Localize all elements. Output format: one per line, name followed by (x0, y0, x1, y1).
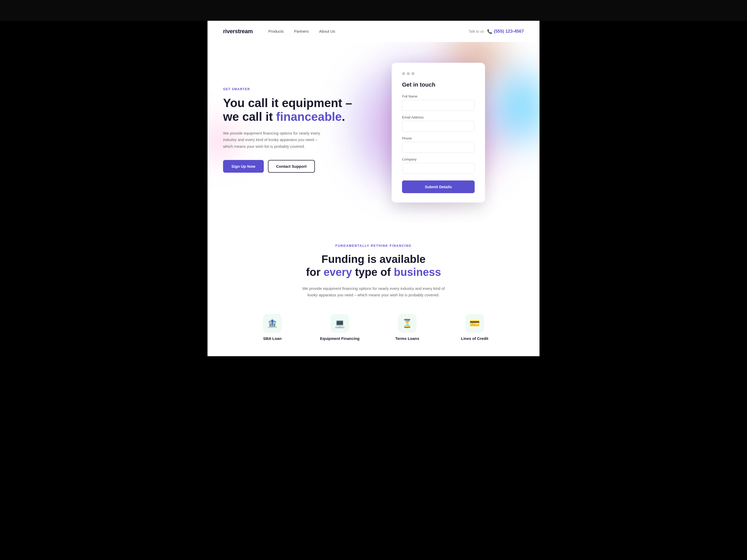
hero-title: You call it equipment – we call it finan… (223, 96, 353, 124)
label-company: Company (402, 157, 475, 161)
terms-label: Terms Loans (395, 336, 419, 341)
form-group-phone: Phone (402, 136, 475, 153)
top-decorative-bar (0, 0, 747, 21)
funding-description: We provide equipment financing options f… (301, 285, 446, 298)
form-group-fullname: Full Name (402, 95, 475, 111)
dot-2 (407, 72, 410, 75)
talk-to-us-label: Talk to us (469, 29, 484, 33)
phone-link[interactable]: 📞 (555) 123-4567 (487, 29, 524, 34)
dot-3 (411, 72, 414, 75)
hero-section: GET SMARTER You call it equipment – we c… (207, 42, 540, 223)
nav-links: Products Partners About Us (268, 29, 335, 34)
input-company[interactable] (402, 163, 475, 174)
form-title: Get in touch (402, 81, 475, 88)
hero-buttons: Sign Up Now Contact Support (223, 160, 353, 173)
funding-section: FUNDAMENTALLY RETHINK FINANCING Funding … (207, 223, 540, 356)
funding-title-line2: for every type of business (306, 266, 441, 278)
credit-label: Lines of Credit (461, 336, 488, 341)
phone-icon: 📞 (487, 29, 492, 34)
terms-icon: ⏳ (398, 314, 416, 332)
phone-number: (555) 123-4567 (494, 29, 524, 34)
icons-row: 🏦 SBA Loan 💻 Equipment Financing ⏳ Terms… (223, 314, 524, 341)
input-phone[interactable] (402, 142, 475, 153)
hero-title-highlight: financeable (276, 110, 342, 124)
nav-link-about[interactable]: About Us (319, 29, 335, 33)
funding-title: Funding is available for every type of b… (223, 253, 524, 279)
icon-item-credit: 💳 Lines of Credit (449, 314, 500, 341)
funding-title-part1: Funding is available (321, 253, 426, 265)
nav-item-about[interactable]: About Us (319, 29, 335, 34)
funding-eyebrow: FUNDAMENTALLY RETHINK FINANCING (223, 244, 524, 247)
icon-item-terms: ⏳ Terms Loans (381, 314, 433, 341)
funding-title-highlight2: business (394, 266, 441, 278)
label-fullname: Full Name (402, 95, 475, 98)
navbar: riverstream Products Partners About Us T… (207, 21, 540, 42)
page-wrapper: riverstream Products Partners About Us T… (207, 21, 540, 356)
nav-link-partners[interactable]: Partners (294, 29, 309, 33)
hero-eyebrow: GET SMARTER (223, 87, 353, 91)
nav-item-partners[interactable]: Partners (294, 29, 309, 34)
funding-title-part2: for (306, 266, 324, 278)
nav-link-products[interactable]: Products (268, 29, 283, 33)
card-dots (402, 72, 475, 75)
equipment-icon: 💻 (331, 314, 349, 332)
hero-description: We provide equipment financing options f… (223, 130, 321, 150)
hero-right: Get in touch Full Name Email Address Pho… (353, 58, 524, 203)
label-phone: Phone (402, 136, 475, 140)
hero-title-line1: You call it equipment – (223, 96, 352, 110)
nav-right: Talk to us 📞 (555) 123-4567 (469, 29, 524, 34)
hero-title-end: . (342, 110, 345, 124)
funding-title-mid: type of (352, 266, 394, 278)
dot-1 (402, 72, 405, 75)
nav-item-products[interactable]: Products (268, 29, 283, 34)
signup-button[interactable]: Sign Up Now (223, 160, 264, 173)
sba-label: SBA Loan (263, 336, 281, 341)
hero-left: GET SMARTER You call it equipment – we c… (223, 87, 353, 173)
label-email: Email Address (402, 115, 475, 119)
icon-item-equipment: 💻 Equipment Financing (314, 314, 366, 341)
contact-support-button[interactable]: Contact Support (268, 160, 315, 173)
credit-icon: 💳 (465, 314, 484, 332)
form-group-email: Email Address (402, 115, 475, 132)
sba-icon: 🏦 (263, 314, 282, 332)
hero-title-line2: we call it financeable. (223, 110, 345, 124)
contact-card: Get in touch Full Name Email Address Pho… (392, 63, 485, 203)
logo: riverstream (223, 28, 253, 35)
form-group-company: Company (402, 157, 475, 174)
equipment-label: Equipment Financing (320, 336, 360, 341)
input-fullname[interactable] (402, 100, 475, 111)
funding-title-highlight1: every (324, 266, 352, 278)
input-email[interactable] (402, 121, 475, 132)
submit-button[interactable]: Submit Details (402, 181, 475, 193)
hero-title-part2: we call it (223, 110, 276, 124)
icon-item-sba: 🏦 SBA Loan (247, 314, 298, 341)
